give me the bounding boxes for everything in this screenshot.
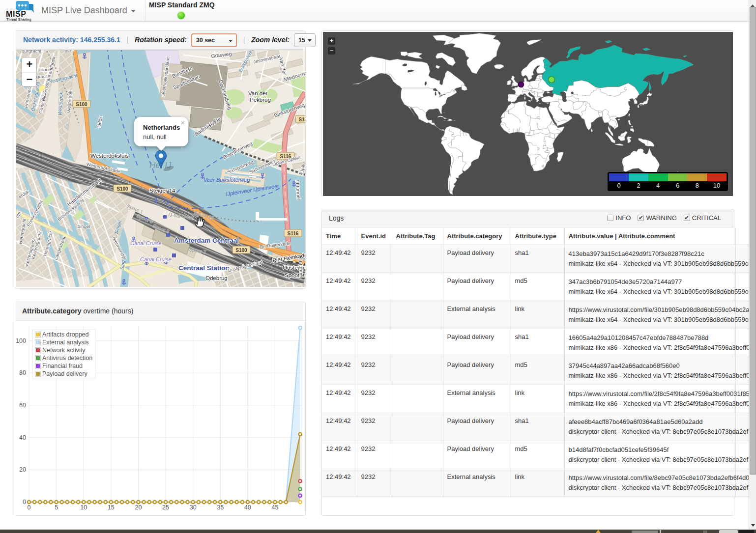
- os-taskbar[interactable]: [0, 530, 756, 533]
- logs-cell: 9232: [357, 273, 392, 301]
- logs-row[interactable]: 12:49:429232External analysislinkhttps:/…: [322, 385, 756, 413]
- world-zoom-control: + −: [328, 37, 335, 57]
- country-uk[interactable]: [511, 76, 518, 87]
- country-corsica[interactable]: [524, 95, 525, 97]
- country-sakhalin[interactable]: [649, 82, 651, 91]
- taskbar-window-button[interactable]: [632, 531, 658, 533]
- country-aleutian[interactable]: [352, 83, 362, 84]
- flot-chart[interactable]: 051015202530354045020406080100 Artifacts…: [16, 321, 305, 515]
- scrollbar-down-arrow-icon[interactable]: [749, 520, 756, 529]
- country-ireland[interactable]: [507, 80, 511, 85]
- country-japan-hokkaido[interactable]: [647, 92, 652, 96]
- logs-cell: 12:49:42: [322, 301, 357, 329]
- country-new-guinea[interactable]: [639, 138, 655, 146]
- scrollbar-up-arrow-icon[interactable]: [749, 0, 756, 7]
- logs-cell: 12:49:42: [322, 357, 357, 385]
- country-japan-honshu[interactable]: [639, 97, 649, 106]
- world-zoom-in-button[interactable]: +: [328, 37, 335, 45]
- attribute-comment: mimikatz-like x64 - Xchecked via VT: 301…: [569, 315, 731, 325]
- logs-row[interactable]: 12:49:429232Payload deliverysha1413eba39…: [322, 245, 756, 273]
- logs-row[interactable]: 12:49:429232Payload deliverymd537945c44a…: [322, 357, 756, 385]
- map-label: Van der: [248, 90, 268, 96]
- country-puerto-rico[interactable]: [454, 120, 456, 121]
- map-marker-pin[interactable]: [155, 149, 176, 173]
- attribute-comment: mimikatz-like x64 - Xchecked via VT: 301…: [569, 287, 731, 297]
- country-hainan[interactable]: [618, 119, 620, 121]
- logs-cell: md5: [511, 273, 564, 301]
- marker-russia[interactable]: [549, 77, 555, 83]
- filter-checkbox-critical[interactable]: [684, 215, 690, 221]
- country-palawan-etc[interactable]: [631, 126, 633, 127]
- rotation-speed-label: Rotation speed:: [135, 36, 187, 44]
- country-luzon[interactable]: [628, 120, 631, 125]
- country-bahamas[interactable]: [444, 112, 445, 113]
- nav-dashboard-menu[interactable]: MISP Live Dashboard: [41, 0, 136, 22]
- country-sri-lanka[interactable]: [591, 129, 593, 132]
- country-sardinia[interactable]: [524, 97, 525, 99]
- zoom-level-select[interactable]: 15: [294, 33, 316, 47]
- taskbar-icon[interactable]: [660, 530, 661, 533]
- logs-row[interactable]: 12:49:429232Payload deliverysha1afeee8b4…: [322, 413, 756, 441]
- country-jamaica[interactable]: [444, 120, 446, 121]
- map-zoom-in-button[interactable]: +: [22, 57, 37, 72]
- country-svalbard[interactable]: [527, 39, 542, 45]
- country-cuba[interactable]: [437, 116, 447, 119]
- country-sumatra[interactable]: [605, 133, 615, 143]
- attribute-category-chart-panel: Attribute.category overtime (hours) 0510…: [15, 302, 306, 516]
- country-crete[interactable]: [539, 103, 541, 104]
- logs-cell: Payload delivery: [443, 357, 511, 385]
- country-new-siberian[interactable]: [643, 48, 650, 51]
- country-hispaniola[interactable]: [447, 119, 453, 121]
- logs-row[interactable]: 12:49:429232Payload deliverymd5b14d8faf7…: [322, 441, 756, 469]
- leaflet-zoom-control: + −: [22, 57, 37, 87]
- leaflet-map[interactable]: S100S100S100S116S116S11GraswegBundlaanSp…: [16, 50, 305, 287]
- country-novaya-zemlya[interactable]: [566, 47, 580, 58]
- popup-close-icon[interactable]: ×: [180, 118, 185, 127]
- country-japan-kyushu[interactable]: [638, 105, 640, 108]
- country-sicily[interactable]: [528, 100, 531, 102]
- country-cyprus[interactable]: [547, 103, 549, 104]
- logs-row[interactable]: 12:49:429232Payload deliverymd5347ac3b6b…: [322, 273, 756, 301]
- logs-cell: [392, 469, 443, 497]
- logs-row[interactable]: 12:49:429232External analysislinkhttps:/…: [322, 469, 756, 497]
- country-madagascar[interactable]: [557, 152, 564, 162]
- x-tick-label: 35: [217, 504, 224, 511]
- logs-cell: link: [511, 385, 564, 413]
- world-zoom-out-button[interactable]: −: [328, 47, 335, 55]
- logs-row[interactable]: 12:49:429232External analysislinkhttps:/…: [322, 301, 756, 329]
- country-japan-shikoku[interactable]: [640, 105, 642, 106]
- taskbar-tray-item[interactable]: [739, 530, 754, 533]
- nav-divider: [145, 0, 145, 22]
- country-java[interactable]: [614, 144, 623, 146]
- country-australia[interactable]: [622, 148, 659, 176]
- country-southampton[interactable]: [436, 65, 440, 69]
- browser-scrollbar[interactable]: [749, 0, 756, 530]
- map-zoom-out-button[interactable]: −: [22, 72, 37, 87]
- misp-logo[interactable]: MISP Threat Sharing: [6, 0, 35, 21]
- country-banks[interactable]: [401, 52, 408, 56]
- header-divider: |: [243, 36, 245, 44]
- country-iceland[interactable]: [494, 64, 504, 69]
- country-victoria-is[interactable]: [407, 52, 422, 58]
- country-baffin[interactable]: [436, 53, 456, 66]
- scrollbar-thumb[interactable]: [750, 7, 756, 475]
- marker-netherlands[interactable]: [519, 82, 524, 87]
- country-greenland[interactable]: [449, 33, 501, 74]
- country-severnaya-zemlya[interactable]: [605, 40, 612, 43]
- taskbar-icon[interactable]: [703, 531, 707, 533]
- rotation-speed-select[interactable]: 30 sec: [191, 33, 237, 47]
- logs-cell-value-comment: afeee8b4acff87bc469a6f0364a81ae5d60a2add…: [564, 413, 735, 441]
- attribute-value: 347ac3b6b791054de3e5720a7144a977: [569, 277, 731, 287]
- country-sulawesi[interactable]: [627, 137, 632, 143]
- filter-checkbox-info[interactable]: [607, 215, 613, 221]
- taskbar-tray-item[interactable]: [719, 530, 738, 533]
- country-taiwan[interactable]: [628, 113, 630, 117]
- filter-checkbox-warning[interactable]: [638, 215, 644, 221]
- logs-row[interactable]: 12:49:429232Payload deliverysha116605a4a…: [322, 329, 756, 357]
- country-newfoundland[interactable]: [462, 85, 467, 91]
- country-mindanao[interactable]: [630, 128, 634, 132]
- logs-col-time: Time: [322, 227, 357, 245]
- country-wrangel[interactable]: [683, 56, 687, 57]
- logs-cell: 9232: [357, 385, 392, 413]
- world-map[interactable]: + − 0246810: [322, 31, 734, 196]
